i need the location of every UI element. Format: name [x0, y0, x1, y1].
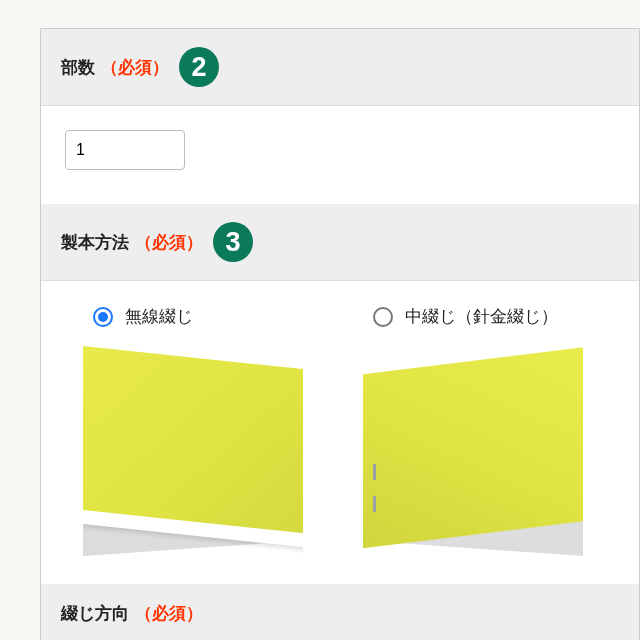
binding-option-perfect[interactable]: 無線綴じ	[65, 305, 305, 556]
binding-option-saddle[interactable]: 中綴じ（針金綴じ）	[345, 305, 585, 556]
radio-icon[interactable]	[93, 307, 113, 327]
option-label: 無線綴じ	[125, 305, 193, 328]
radio-icon[interactable]	[373, 307, 393, 327]
step-badge-3: 3	[213, 222, 253, 262]
option-label: 中綴じ（針金綴じ）	[405, 305, 558, 328]
section-header-quantity: 部数 （必須） 2	[41, 29, 639, 106]
section-header-direction: 綴じ方向 （必須）	[41, 584, 639, 640]
section-header-binding: 製本方法 （必須） 3	[41, 204, 639, 281]
section-title: 製本方法	[61, 231, 129, 254]
required-label: （必須）	[135, 602, 203, 625]
binding-thumbnail-perfect	[83, 346, 303, 556]
quantity-input[interactable]	[65, 130, 185, 170]
step-badge-2: 2	[179, 47, 219, 87]
binding-thumbnail-saddle	[363, 346, 583, 556]
required-label: （必須）	[135, 231, 203, 254]
section-title: 部数	[61, 56, 95, 79]
order-form-panel: 部数 （必須） 2 製本方法 （必須） 3 無線綴じ	[40, 28, 640, 640]
section-body-quantity	[41, 106, 639, 204]
section-title: 綴じ方向	[61, 602, 129, 625]
binding-options: 無線綴じ 中綴じ（針金綴じ）	[41, 281, 639, 556]
required-label: （必須）	[101, 56, 169, 79]
